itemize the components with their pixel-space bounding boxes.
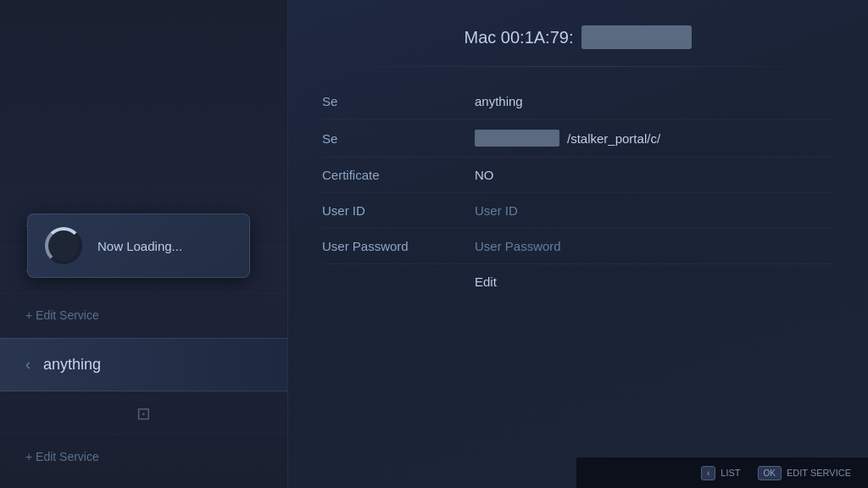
sidebar-top-items: + Edit Service + Edit Service + Edit Ser… xyxy=(0,0,287,338)
form-row-user-id: User ID User ID xyxy=(322,193,834,229)
label-certificate: Certificate xyxy=(322,168,475,182)
loading-overlay: Now Loading... xyxy=(27,214,250,278)
value-certificate: NO xyxy=(475,168,494,182)
form-row-service-url: Se /stalker_portal/c/ xyxy=(322,119,834,158)
edit-service-label: EDIT SERVICE xyxy=(787,468,851,478)
list-label: LIST xyxy=(721,468,740,478)
sidebar-bottom: ‹ anything ⊡ + Edit Service xyxy=(0,338,287,488)
loading-text: Now Loading... xyxy=(97,239,182,253)
form-row-service-name: Se anything xyxy=(322,84,834,119)
bottom-bar: ‹ LIST OK EDIT SERVICE xyxy=(576,458,868,488)
sidebar-item-bottom[interactable]: + Edit Service xyxy=(0,434,287,479)
value-user-id: User ID xyxy=(475,203,518,218)
form-row-edit: Edit xyxy=(322,264,834,299)
tv-icon: ⊡ xyxy=(136,403,151,424)
value-user-password: User Password xyxy=(475,239,561,253)
content-area: Mac 00:1A:79: Se anything Se /stalker_po… xyxy=(288,0,868,488)
value-service-url: /stalker_portal/c/ xyxy=(475,130,660,147)
form-area: Se anything Se /stalker_portal/c/ Certif… xyxy=(288,75,868,488)
sidebar-active-item[interactable]: ‹ anything xyxy=(0,338,287,391)
back-arrow-icon: ‹ xyxy=(25,356,31,374)
active-item-name: anything xyxy=(43,356,101,374)
edit-button[interactable]: Edit xyxy=(475,274,497,289)
label-service-url: Se xyxy=(322,131,475,146)
list-key: ‹ xyxy=(701,466,715,480)
value-service-name: anything xyxy=(475,94,523,108)
form-row-user-password: User Password User Password xyxy=(322,229,834,264)
loading-spinner-icon xyxy=(45,227,82,264)
mac-header: Mac 00:1A:79: xyxy=(288,0,868,66)
label-user-id: User ID xyxy=(322,203,475,218)
url-redacted-part xyxy=(475,130,559,147)
edit-service-button[interactable]: OK EDIT SERVICE xyxy=(758,466,851,480)
mac-value-redacted xyxy=(581,25,692,49)
header-divider xyxy=(322,66,834,67)
ok-key: OK xyxy=(758,466,782,480)
list-button[interactable]: ‹ LIST xyxy=(701,466,741,480)
sidebar-item-3[interactable]: + Edit Service xyxy=(0,293,287,338)
form-row-certificate: Certificate NO xyxy=(322,158,834,193)
mac-label: Mac 00:1A:79: xyxy=(465,28,574,47)
label-service-name: Se xyxy=(322,94,475,108)
label-user-password: User Password xyxy=(322,239,475,253)
